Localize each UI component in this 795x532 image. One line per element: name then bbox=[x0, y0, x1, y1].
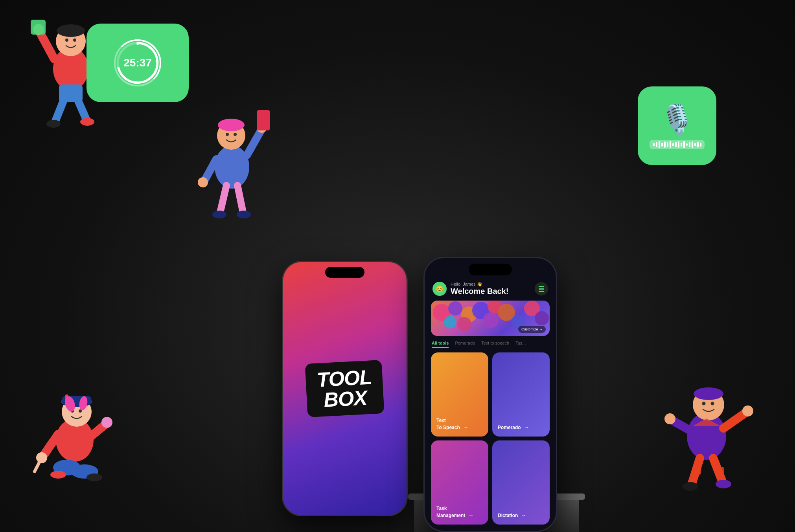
svg-point-7 bbox=[57, 24, 85, 37]
tool-grid: TextTo Speach → Pomerado → TaskManagemen… bbox=[431, 352, 550, 525]
tab-pomerado[interactable]: Pomerado bbox=[455, 341, 475, 348]
timer-circle: 25:37 bbox=[114, 39, 161, 86]
tool-card-dictation[interactable]: Dictation → bbox=[492, 440, 550, 525]
svg-point-2 bbox=[136, 43, 139, 45]
svg-point-51 bbox=[234, 133, 237, 136]
tool-label-dictation: Dictation → bbox=[498, 512, 544, 519]
svg-point-40 bbox=[218, 119, 245, 131]
svg-point-19 bbox=[73, 39, 76, 42]
svg-point-29 bbox=[101, 417, 112, 428]
wave-bar-1 bbox=[653, 143, 655, 146]
svg-point-45 bbox=[198, 177, 208, 187]
tool-card-tts[interactable]: TextTo Speach → bbox=[431, 352, 488, 437]
phone-left-notch bbox=[325, 267, 364, 278]
tab-all-tools[interactable]: All tools bbox=[432, 341, 449, 348]
arrow-dictation: → bbox=[521, 512, 526, 519]
svg-line-57 bbox=[672, 420, 690, 430]
user-avatar: 😊 bbox=[432, 282, 447, 296]
svg-point-70 bbox=[444, 316, 456, 328]
svg-point-48 bbox=[212, 211, 226, 218]
wave-bar-3 bbox=[659, 141, 660, 148]
wave-bar-18 bbox=[700, 143, 701, 147]
svg-point-63 bbox=[702, 402, 706, 405]
wave-bar-7 bbox=[670, 141, 671, 148]
svg-point-71 bbox=[457, 317, 471, 331]
logo-line2: BOX bbox=[317, 387, 373, 410]
wave-bar-6 bbox=[667, 142, 668, 147]
wave-bar-16 bbox=[694, 143, 696, 146]
svg-point-68 bbox=[448, 301, 462, 316]
phone-left: TOOL BOX bbox=[282, 261, 408, 516]
customize-button[interactable]: Customize → bbox=[518, 326, 546, 333]
svg-point-54 bbox=[694, 387, 723, 400]
app-tabs: All tools Pomerado Text to speech Tas... bbox=[431, 341, 550, 348]
wave-bar-8 bbox=[672, 143, 674, 146]
phone-right-screen: 😊 Hello, James 👋 Welcome Back! bbox=[425, 258, 556, 531]
svg-point-33 bbox=[86, 473, 102, 481]
svg-point-4 bbox=[156, 60, 158, 62]
menu-dot-3 bbox=[539, 291, 544, 292]
svg-point-18 bbox=[65, 39, 68, 42]
menu-dot-1 bbox=[539, 286, 544, 287]
svg-point-56 bbox=[742, 405, 753, 416]
tab-task[interactable]: Tas... bbox=[515, 341, 526, 348]
svg-rect-17 bbox=[31, 20, 46, 35]
wave-bar-5 bbox=[664, 141, 666, 148]
svg-line-13 bbox=[55, 100, 64, 122]
menu-dot-2 bbox=[539, 288, 544, 290]
tool-card-task[interactable]: TaskManagement → bbox=[431, 440, 488, 525]
wave-bar-2 bbox=[656, 142, 657, 147]
wave-bar-4 bbox=[661, 143, 663, 147]
svg-line-47 bbox=[237, 185, 243, 212]
wave-bar-14 bbox=[689, 142, 690, 147]
toolbox-badge: TOOL BOX bbox=[305, 360, 385, 417]
svg-line-9 bbox=[39, 31, 54, 59]
wave-bar-10 bbox=[678, 141, 679, 148]
svg-point-32 bbox=[50, 471, 66, 479]
wave-bar-11 bbox=[681, 143, 682, 147]
arrow-tts: → bbox=[463, 424, 468, 431]
wave-bar-12 bbox=[683, 141, 685, 148]
app-header: 😊 Hello, James 👋 Welcome Back! bbox=[431, 282, 550, 296]
arrow-pomerado: → bbox=[524, 424, 529, 431]
svg-rect-66 bbox=[718, 467, 724, 474]
tool-label-pomerado: Pomerado → bbox=[498, 424, 544, 431]
phones-container: TOOL BOX 😊 Hello, James 👋 Welcome Back! bbox=[282, 257, 557, 532]
wave-bar-15 bbox=[692, 141, 693, 148]
svg-point-74 bbox=[483, 312, 499, 328]
svg-point-49 bbox=[237, 211, 251, 218]
phone-left-screen: TOOL BOX bbox=[283, 262, 407, 515]
svg-line-41 bbox=[247, 130, 261, 155]
tab-text-to-speech[interactable]: Text to speech bbox=[481, 341, 509, 348]
svg-point-35 bbox=[79, 409, 82, 413]
header-text-group: Hello, James 👋 Welcome Back! bbox=[451, 282, 508, 296]
character-right bbox=[646, 365, 771, 512]
wave-bar-17 bbox=[697, 142, 699, 147]
svg-point-16 bbox=[80, 118, 94, 126]
svg-line-44 bbox=[204, 159, 216, 181]
character-middle bbox=[185, 90, 279, 241]
svg-line-55 bbox=[723, 413, 746, 428]
toolbox-logo: TOOL BOX bbox=[306, 362, 383, 415]
svg-point-50 bbox=[226, 133, 229, 136]
tool-label-task: TaskManagement → bbox=[436, 506, 483, 519]
svg-point-64 bbox=[711, 402, 714, 405]
svg-line-14 bbox=[78, 100, 86, 120]
character-bottom-left bbox=[12, 377, 130, 501]
menu-button[interactable] bbox=[535, 282, 548, 295]
phone-right-notch bbox=[469, 264, 512, 275]
svg-rect-43 bbox=[257, 110, 270, 130]
svg-point-58 bbox=[664, 413, 675, 424]
greeting-text: Hello, James 👋 bbox=[451, 282, 508, 287]
timer-widget: 25:37 bbox=[86, 24, 189, 102]
svg-point-78 bbox=[535, 311, 549, 325]
svg-line-25 bbox=[43, 434, 58, 456]
wave-bar-9 bbox=[675, 142, 677, 147]
svg-point-61 bbox=[683, 482, 698, 491]
wave-bar-13 bbox=[686, 143, 688, 146]
tool-label-tts: TextTo Speach → bbox=[436, 418, 483, 431]
tool-card-pomerado[interactable]: Pomerado → bbox=[492, 352, 550, 437]
app-header-left: 😊 Hello, James 👋 Welcome Back! bbox=[432, 282, 508, 296]
app-banner: Customize → bbox=[431, 301, 550, 336]
svg-line-46 bbox=[220, 185, 226, 212]
